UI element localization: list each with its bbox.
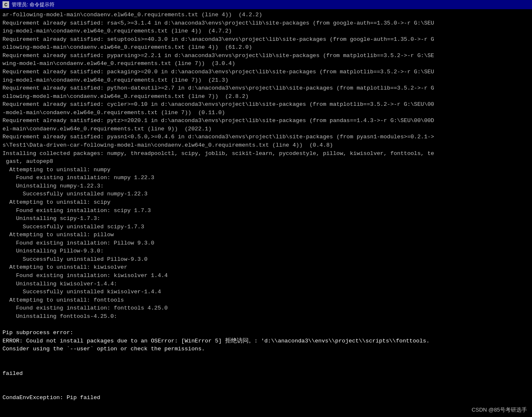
terminal-line: Uninstalling fonttools-4.25.0:: [2, 312, 530, 321]
terminal-line: Successfully uninstalled scipy-1.7.3: [2, 223, 530, 231]
terminal-line: Requirement already satisfied: cycler>=0…: [2, 100, 530, 109]
title-bar: C 管理员: 命令提示符: [0, 0, 532, 9]
terminal-line: ar-following-model-main\condaenv.elw64e_…: [2, 11, 530, 19]
terminal-line: Installing collected packages: numpy, th…: [2, 150, 530, 158]
terminal-line: Pip subprocess error:: [2, 329, 530, 337]
terminal-line: el-main\condaenv.elw64e_0.requirements.t…: [2, 125, 530, 133]
terminal-line: Attempting to uninstall: numpy: [2, 166, 530, 174]
terminal-line: Found existing installation: kiwisolver …: [2, 272, 530, 280]
terminal-line: Requirement already satisfied: rsa<5,>=3…: [2, 19, 530, 27]
terminal-line: Successfully uninstalled kiwisolver-1.4.…: [2, 288, 530, 296]
terminal-line: Found existing installation: Pillow 9.3.…: [2, 239, 530, 247]
terminal-line: Uninstalling Pillow-9.3.0:: [2, 247, 530, 255]
terminal-line: Uninstalling scipy-1.7.3:: [2, 215, 530, 223]
terminal-line: [2, 353, 530, 362]
terminal-line: Successfully uninstalled Pillow-9.3.0: [2, 255, 530, 264]
terminal-line: [2, 386, 530, 394]
terminal-line: Attempting to uninstall: fonttools: [2, 296, 530, 305]
terminal-line: gast, autopep8: [2, 157, 530, 166]
terminal-line: ollowing-model-main\condaenv.elw64e_0.re…: [2, 92, 530, 101]
terminal-line: Attempting to uninstall: pillow: [2, 231, 530, 239]
terminal-line: Found existing installation: numpy 1.22.…: [2, 174, 530, 182]
terminal-line: Uninstalling numpy-1.22.3:: [2, 182, 530, 190]
terminal-line: [2, 361, 530, 370]
terminal-line: ing-model-main\condaenv.elw64e_0.require…: [2, 76, 530, 85]
terminal-line: CondaEnvException: Pip failed: [2, 394, 530, 402]
terminal-body[interactable]: ar-following-model-main\condaenv.elw64e_…: [0, 9, 532, 417]
terminal-line: Requirement already satisfied: pyparsing…: [2, 52, 530, 60]
terminal-line: Attempting to uninstall: kiwisolver: [2, 263, 530, 272]
terminal-line: ing-model-main\condaenv.elw64e_0.require…: [2, 27, 530, 35]
terminal-line: [2, 377, 530, 386]
terminal-line: failed: [2, 370, 530, 378]
terminal-line: Found existing installation: scipy 1.7.3: [2, 207, 530, 215]
terminal-line: Requirement already satisfied: setuptool…: [2, 35, 530, 44]
terminal-line: [2, 320, 530, 329]
terminal-line: Attempting to uninstall: scipy: [2, 198, 530, 207]
terminal-line: Uninstalling kiwisolver-1.4.4:: [2, 280, 530, 288]
terminal-line: Successfully uninstalled numpy-1.22.3: [2, 190, 530, 198]
terminal-line: ERROR: Could not install packages due to…: [2, 337, 530, 345]
terminal-line: Requirement already satisfied: python-da…: [2, 84, 530, 92]
terminal-line: -model-main\condaenv.elw64e_0.requiremen…: [2, 109, 530, 117]
terminal-line: Consider using the `--user` option or ch…: [2, 345, 530, 353]
terminal-line: Requirement already satisfied: pyasn1<0.…: [2, 133, 530, 141]
watermark: CSDN @85号考研选手: [472, 406, 527, 414]
terminal-line: s\Test1\Data-driven-car-following-model-…: [2, 141, 530, 150]
terminal-line: wing-model-main\condaenv.elw64e_0.requir…: [2, 60, 530, 68]
terminal-line: Requirement already satisfied: pytz>=202…: [2, 117, 530, 125]
title-bar-icon: C: [2, 1, 9, 8]
terminal-line: Found existing installation: fonttools 4…: [2, 304, 530, 312]
title-bar-label: 管理员: 命令提示符: [12, 1, 55, 8]
terminal-line: ollowing-model-main\condaenv.elw64e_0.re…: [2, 43, 530, 52]
terminal-line: Requirement already satisfied: packaging…: [2, 68, 530, 76]
